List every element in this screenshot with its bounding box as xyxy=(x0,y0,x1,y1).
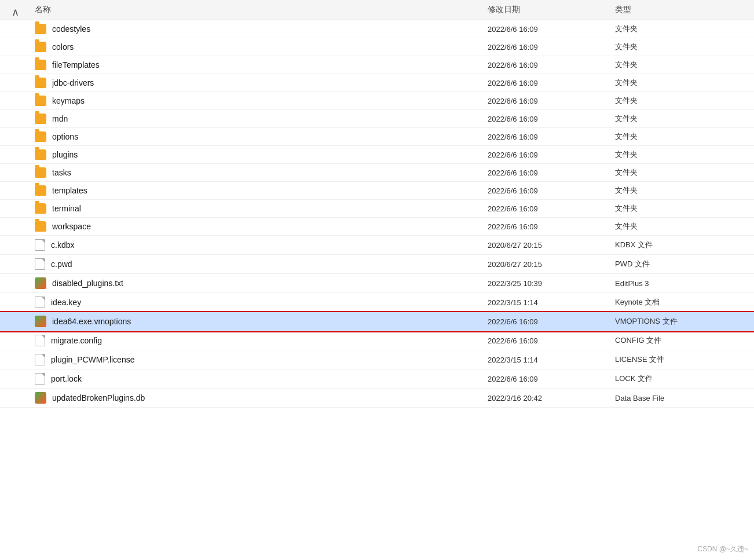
file-row[interactable]: terminal 2022/6/6 16:09 文件夹 xyxy=(0,200,754,218)
file-date: 2022/3/16 20:42 xyxy=(488,394,615,402)
file-name-cell: plugins xyxy=(35,149,488,160)
file-row[interactable]: plugin_PCWMP.license 2022/3/15 1:14 LICE… xyxy=(0,350,754,369)
file-type: KDBX 文件 xyxy=(615,240,731,250)
editplus-icon xyxy=(35,277,46,289)
file-row[interactable]: c.pwd 2020/6/27 20:15 PWD 文件 xyxy=(0,255,754,274)
file-type: 文件夹 xyxy=(615,185,731,196)
file-date: 2020/6/27 20:15 xyxy=(488,260,615,269)
scroll-up-indicator[interactable]: ∧ xyxy=(12,6,19,19)
file-icon xyxy=(35,373,45,385)
file-list: codestyles 2022/6/6 16:09 文件夹 colors 202… xyxy=(0,20,754,408)
file-name: templates xyxy=(52,186,87,195)
file-type: 文件夹 xyxy=(615,167,731,178)
file-row[interactable]: jdbc-drivers 2022/6/6 16:09 文件夹 xyxy=(0,74,754,92)
file-name: options xyxy=(52,132,78,141)
file-name-cell: mdn xyxy=(35,114,488,124)
file-date: 2022/3/15 1:14 xyxy=(488,298,615,307)
file-row[interactable]: port.lock 2022/6/6 16:09 LOCK 文件 xyxy=(0,369,754,389)
file-name: plugin_PCWMP.license xyxy=(51,355,134,364)
folder-icon xyxy=(35,114,46,124)
file-name: fileTemplates xyxy=(52,60,100,69)
file-name: c.pwd xyxy=(51,259,72,269)
file-name: migrate.config xyxy=(51,336,102,345)
file-type: LICENSE 文件 xyxy=(615,354,731,365)
header-name[interactable]: 名称 xyxy=(35,5,488,15)
file-row[interactable]: options 2022/6/6 16:09 文件夹 xyxy=(0,128,754,146)
header-type[interactable]: 类型 xyxy=(615,5,731,15)
file-type: 文件夹 xyxy=(615,221,731,232)
file-date: 2022/6/6 16:09 xyxy=(488,61,615,69)
file-type: 文件夹 xyxy=(615,78,731,88)
folder-icon xyxy=(35,96,46,106)
file-name-cell: migrate.config xyxy=(35,335,488,346)
folder-icon xyxy=(35,131,46,142)
file-row[interactable]: plugins 2022/6/6 16:09 文件夹 xyxy=(0,146,754,164)
file-date: 2022/6/6 16:09 xyxy=(488,336,615,345)
file-name: disabled_plugins.txt xyxy=(52,279,123,288)
file-row[interactable]: mdn 2022/6/6 16:09 文件夹 xyxy=(0,110,754,128)
file-explorer: ∧ 名称 修改日期 类型 codestyles 2022/6/6 16:09 文… xyxy=(0,0,754,560)
file-name: c.kdbx xyxy=(51,240,74,250)
file-type: 文件夹 xyxy=(615,24,731,34)
file-name: updatedBrokenPlugins.db xyxy=(52,393,145,402)
file-row[interactable]: templates 2022/6/6 16:09 文件夹 xyxy=(0,182,754,200)
file-name: terminal xyxy=(52,204,81,213)
header-date[interactable]: 修改日期 xyxy=(488,5,615,15)
folder-icon xyxy=(35,203,46,214)
file-name: plugins xyxy=(52,150,78,159)
file-name: colors xyxy=(52,42,74,52)
file-date: 2022/6/6 16:09 xyxy=(488,317,615,326)
file-type: VMOPTIONS 文件 xyxy=(615,316,731,327)
file-name-cell: idea64.exe.vmoptions xyxy=(35,316,488,327)
folder-icon xyxy=(35,149,46,160)
file-date: 2022/6/6 16:09 xyxy=(488,115,615,123)
editplus-icon xyxy=(35,316,46,327)
file-row[interactable]: codestyles 2022/6/6 16:09 文件夹 xyxy=(0,20,754,38)
file-date: 2022/6/6 16:09 xyxy=(488,222,615,231)
file-name-cell: codestyles xyxy=(35,24,488,34)
file-row[interactable]: tasks 2022/6/6 16:09 文件夹 xyxy=(0,164,754,182)
file-row[interactable]: disabled_plugins.txt 2022/3/25 10:39 Edi… xyxy=(0,274,754,293)
folder-icon xyxy=(35,60,46,70)
file-name-cell: terminal xyxy=(35,203,488,214)
file-type: 文件夹 xyxy=(615,96,731,106)
file-name-cell: idea.key xyxy=(35,297,488,308)
file-name: tasks xyxy=(52,168,71,177)
file-name-cell: templates xyxy=(35,185,488,196)
file-name-cell: plugin_PCWMP.license xyxy=(35,354,488,365)
file-name-cell: port.lock xyxy=(35,373,488,385)
folder-icon xyxy=(35,221,46,232)
file-row[interactable]: fileTemplates 2022/6/6 16:09 文件夹 xyxy=(0,56,754,74)
file-row[interactable]: idea.key 2022/3/15 1:14 Keynote 文档 xyxy=(0,293,754,312)
file-icon xyxy=(35,239,45,251)
file-type: EditPlus 3 xyxy=(615,279,731,288)
file-date: 2022/3/25 10:39 xyxy=(488,279,615,288)
file-name-cell: fileTemplates xyxy=(35,60,488,70)
file-name: mdn xyxy=(52,114,68,123)
file-date: 2022/6/6 16:09 xyxy=(488,375,615,383)
file-date: 2022/6/6 16:09 xyxy=(488,204,615,213)
file-name-cell: updatedBrokenPlugins.db xyxy=(35,392,488,404)
folder-icon xyxy=(35,24,46,34)
file-name-cell: keymaps xyxy=(35,96,488,106)
file-name: workspace xyxy=(52,222,91,231)
file-row[interactable]: colors 2022/6/6 16:09 文件夹 xyxy=(0,38,754,56)
file-type: Keynote 文档 xyxy=(615,297,731,308)
file-type: 文件夹 xyxy=(615,149,731,160)
file-row[interactable]: migrate.config 2022/6/6 16:09 CONFIG 文件 xyxy=(0,331,754,350)
file-name-cell: options xyxy=(35,131,488,142)
file-name-cell: c.kdbx xyxy=(35,239,488,251)
file-row[interactable]: idea64.exe.vmoptions 2022/6/6 16:09 VMOP… xyxy=(0,312,754,331)
file-row[interactable]: keymaps 2022/6/6 16:09 文件夹 xyxy=(0,92,754,110)
file-row[interactable]: workspace 2022/6/6 16:09 文件夹 xyxy=(0,218,754,236)
file-date: 2022/6/6 16:09 xyxy=(488,25,615,34)
file-row[interactable]: c.kdbx 2020/6/27 20:15 KDBX 文件 xyxy=(0,236,754,255)
file-row[interactable]: updatedBrokenPlugins.db 2022/3/16 20:42 … xyxy=(0,389,754,408)
file-name-cell: colors xyxy=(35,42,488,52)
file-type: 文件夹 xyxy=(615,60,731,70)
file-name: jdbc-drivers xyxy=(52,78,94,87)
file-type: 文件夹 xyxy=(615,203,731,214)
file-date: 2022/6/6 16:09 xyxy=(488,43,615,52)
file-name-cell: disabled_plugins.txt xyxy=(35,277,488,289)
file-date: 2020/6/27 20:15 xyxy=(488,241,615,250)
